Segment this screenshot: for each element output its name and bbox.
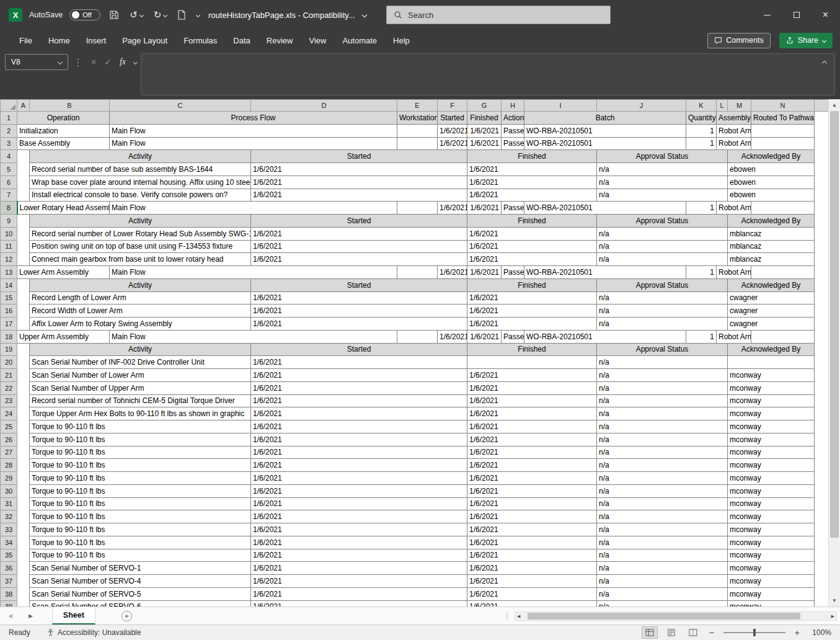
header-cell[interactable]: Quantity: [686, 112, 717, 125]
cell-batch[interactable]: WO-RBA-20210501: [524, 202, 686, 215]
row-header-31[interactable]: 31: [1, 497, 17, 510]
cell-empty[interactable]: [17, 472, 30, 485]
row-header-29[interactable]: 29: [1, 472, 17, 485]
cell-acknowledged-by[interactable]: mconway: [728, 510, 815, 523]
cell-process-flow[interactable]: Main Flow: [110, 266, 397, 279]
ribbon-tab-insert[interactable]: Insert: [78, 30, 115, 51]
cell-quantity[interactable]: 1: [686, 202, 717, 215]
tab-scroll-handle[interactable]: ⋮: [503, 611, 511, 620]
cell-empty[interactable]: [17, 189, 30, 202]
cell-finished[interactable]: 1/6/2021: [467, 369, 597, 382]
cell-activity[interactable]: Connect main gearbox from base unit to l…: [30, 253, 251, 266]
page-break-view-button[interactable]: [685, 626, 701, 639]
cell-acknowledged-by[interactable]: mconway: [728, 549, 815, 562]
cell-operation[interactable]: Upper Arm Assembly: [17, 330, 110, 343]
cell-started[interactable]: 1/6/2021: [251, 253, 467, 266]
redo-button[interactable]: ↻: [152, 7, 169, 22]
cell-activity[interactable]: Scan Serial Number of SERVO-1: [30, 562, 251, 575]
cell-finished[interactable]: 1/6/2021: [467, 202, 502, 215]
cell-activity[interactable]: Scan Serial Number of Upper Arm: [30, 381, 251, 394]
cell-approval-status[interactable]: n/a: [597, 227, 728, 240]
cell-activity[interactable]: Torque to 90-110 ft lbs: [30, 420, 251, 433]
row-header-33[interactable]: 33: [1, 523, 17, 536]
cell-approval-status[interactable]: n/a: [597, 253, 728, 266]
cell-started[interactable]: 1/6/2021: [251, 189, 467, 202]
row-header-5[interactable]: 5: [1, 163, 17, 176]
title-dropdown-icon[interactable]: [362, 12, 367, 17]
save-button[interactable]: [107, 8, 121, 22]
ribbon-tab-data[interactable]: Data: [225, 30, 258, 51]
cell-approval-status[interactable]: n/a: [597, 407, 728, 420]
column-header-B[interactable]: B: [30, 100, 110, 112]
cell-routed-to-pathway[interactable]: [751, 330, 815, 343]
cell-activity[interactable]: Torque to 90-110 ft lbs: [30, 472, 251, 485]
cell-operation[interactable]: Initialization: [17, 124, 110, 137]
row-header-25[interactable]: 25: [1, 420, 17, 433]
cell-empty[interactable]: [17, 318, 30, 331]
row-header-15[interactable]: 15: [1, 291, 17, 304]
cell-finished[interactable]: 1/6/2021: [467, 318, 597, 331]
vertical-scrollbar[interactable]: ▲ ▼: [828, 99, 840, 607]
cell-activity[interactable]: Record Width of Lower Arm: [30, 304, 251, 318]
zoom-level[interactable]: 100%: [808, 628, 831, 637]
cell-acknowledged-by[interactable]: mconway: [728, 472, 815, 485]
cell-empty[interactable]: [17, 240, 30, 253]
cell-finished[interactable]: 1/6/2021: [467, 381, 597, 394]
collapse-formula-bar-icon[interactable]: [822, 61, 827, 66]
maximize-button[interactable]: [782, 0, 811, 30]
cell-empty[interactable]: [17, 510, 30, 523]
row-header-39[interactable]: 39: [1, 600, 17, 607]
cell-started[interactable]: 1/6/2021: [251, 304, 467, 318]
autosave-toggle[interactable]: Off: [69, 9, 100, 20]
cell-process-flow[interactable]: Main Flow: [110, 124, 397, 137]
normal-view-button[interactable]: [642, 626, 658, 639]
cell-finished[interactable]: 1/6/2021: [467, 484, 597, 497]
cell-finished[interactable]: 1/6/2021: [467, 253, 597, 266]
cell-empty[interactable]: [17, 587, 30, 600]
cell-started[interactable]: 1/6/2021: [251, 291, 467, 304]
cell-routed-to-pathway[interactable]: [751, 124, 815, 137]
cell-finished[interactable]: 1/6/2021: [467, 523, 597, 536]
subheader-cell[interactable]: Approval Status: [597, 215, 728, 228]
column-header-K[interactable]: K: [686, 100, 717, 112]
cell-finished[interactable]: 1/6/2021: [467, 420, 597, 433]
cancel-icon[interactable]: ×: [91, 57, 96, 67]
cell-acknowledged-by[interactable]: mconway: [728, 562, 815, 575]
cell-acknowledged-by[interactable]: mconway: [728, 587, 815, 600]
cell-empty[interactable]: [17, 356, 30, 369]
insert-function-button[interactable]: fx: [120, 57, 126, 67]
scroll-down-icon[interactable]: ▼: [829, 595, 840, 606]
cell-finished[interactable]: 1/6/2021: [467, 240, 597, 253]
column-header-G[interactable]: G: [467, 100, 502, 112]
cell-approval-status[interactable]: n/a: [597, 562, 728, 575]
cell-acknowledged-by[interactable]: mconway: [728, 369, 815, 382]
cell-finished[interactable]: 1/6/2021: [467, 549, 597, 562]
header-cell[interactable]: Assembly: [717, 112, 751, 125]
cell-activity[interactable]: Affix Lower Arm to Rotary Swing Assembly: [30, 318, 251, 331]
row-header-4[interactable]: 4: [1, 150, 17, 163]
cell-approval-status[interactable]: n/a: [597, 472, 728, 485]
minimize-button[interactable]: [753, 0, 782, 30]
zoom-out-button[interactable]: −: [707, 628, 717, 638]
document-title[interactable]: routeHistoryTabPage.xls - Compatibility.…: [208, 11, 355, 20]
row-header-8[interactable]: 8: [1, 202, 17, 215]
cell-started[interactable]: 1/6/2021: [251, 446, 467, 459]
cell-started[interactable]: 1/6/2021: [251, 369, 467, 382]
row-header-12[interactable]: 12: [1, 253, 17, 266]
cell-finished[interactable]: 1/6/2021: [467, 536, 597, 549]
cell-started[interactable]: 1/6/2021: [251, 381, 467, 394]
cell-started[interactable]: 1/6/2021: [251, 394, 467, 407]
cell-activity[interactable]: Scan Serial Number of SERVO-4: [30, 575, 251, 588]
cell-assembly[interactable]: Robot Arm: [717, 202, 751, 215]
cell-workstation[interactable]: [397, 266, 438, 279]
subheader-cell[interactable]: Activity: [30, 215, 251, 228]
row-header-22[interactable]: 22: [1, 381, 17, 394]
column-header-F[interactable]: F: [438, 100, 467, 112]
column-header-D[interactable]: D: [251, 100, 397, 112]
cell-started[interactable]: 1/6/2021: [251, 459, 467, 472]
cell-started[interactable]: 1/6/2021: [251, 420, 467, 433]
share-button[interactable]: Share: [779, 33, 833, 48]
cell-activity[interactable]: Torque to 90-110 ft lbs: [30, 536, 251, 549]
cell-approval-status[interactable]: n/a: [597, 318, 728, 331]
scroll-left-icon[interactable]: ◀: [517, 612, 520, 620]
